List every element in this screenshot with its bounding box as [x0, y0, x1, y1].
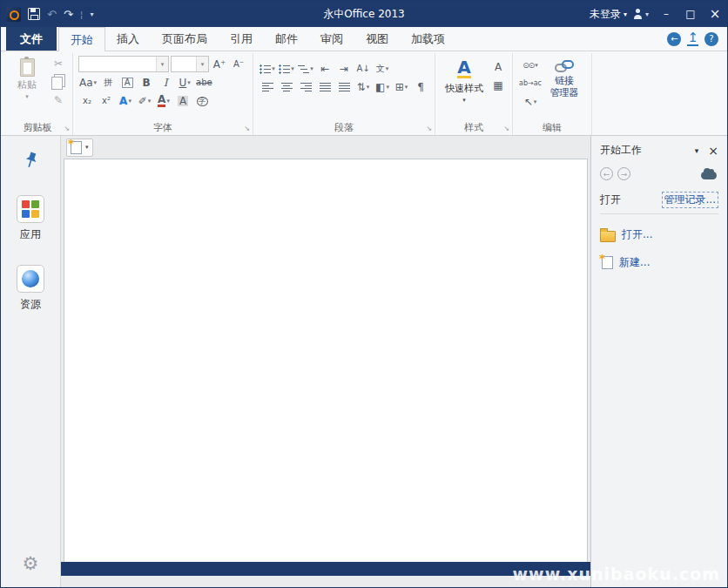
- underline-button[interactable]: U ▾: [176, 75, 193, 91]
- line-spacing-button[interactable]: ⇅ ▾: [354, 79, 372, 95]
- character-shading-button[interactable]: A: [174, 93, 192, 109]
- paste-button[interactable]: 粘贴 ▾: [8, 56, 46, 100]
- underline-icon: U: [179, 78, 186, 88]
- sidebar-item-resources[interactable]: 资源: [17, 265, 44, 312]
- font-name-combo[interactable]: ▾: [78, 56, 169, 72]
- tab-file[interactable]: 文件: [6, 27, 57, 51]
- minimize-button[interactable]: –: [654, 1, 678, 27]
- find-button[interactable]: ⊙⊙ ▾: [518, 57, 543, 73]
- enclose-characters-button[interactable]: 字: [193, 93, 211, 109]
- numbering-button[interactable]: ▾: [278, 61, 295, 77]
- tab-view[interactable]: 视图: [354, 28, 400, 51]
- qat-customize-dropdown[interactable]: ▾: [91, 10, 94, 18]
- decrease-indent-button[interactable]: ⇤: [316, 61, 334, 77]
- font-dialog-launcher-icon[interactable]: ↘: [244, 125, 250, 132]
- task-pane-close-icon[interactable]: ×: [708, 145, 718, 157]
- tab-home[interactable]: 开始: [58, 27, 105, 51]
- align-left-button[interactable]: [259, 79, 276, 95]
- tab-references[interactable]: 引用: [219, 28, 264, 51]
- align-right-button[interactable]: [297, 79, 314, 95]
- paragraph-dialog-launcher-icon[interactable]: ↘: [426, 125, 432, 132]
- bold-button[interactable]: B: [138, 75, 155, 91]
- sidebar-item-apps[interactable]: 应用: [17, 195, 44, 242]
- new-document-button[interactable]: ▾: [66, 139, 93, 157]
- save-icon[interactable]: [28, 8, 40, 20]
- font-color-button[interactable]: A ▾: [155, 93, 172, 109]
- change-case-button[interactable]: Aa ▾: [78, 75, 98, 91]
- clipboard-dialog-launcher-icon[interactable]: ↘: [64, 125, 70, 132]
- borders-button[interactable]: ⊞ ▾: [393, 79, 410, 95]
- pane-back-button[interactable]: ←: [600, 167, 613, 180]
- shrink-font-button[interactable]: A⁻: [230, 57, 247, 72]
- change-case-dropdown-icon: ▾: [94, 80, 98, 86]
- user-dropdown-icon[interactable]: ▾: [645, 10, 649, 18]
- strikethrough-button[interactable]: abe: [195, 75, 213, 91]
- character-border-button[interactable]: A: [118, 75, 136, 91]
- settings-gear-icon[interactable]: ⚙: [23, 555, 39, 573]
- close-button[interactable]: ×: [703, 1, 727, 27]
- highlight-button[interactable]: ✐ ▾: [136, 93, 153, 109]
- pane-forward-button[interactable]: →: [617, 167, 630, 180]
- user-icon[interactable]: [632, 9, 644, 19]
- distribute-button[interactable]: [335, 79, 353, 95]
- clipboard-icon: [20, 58, 35, 77]
- quick-styles-button[interactable]: A 快速样式 ▾: [441, 56, 488, 104]
- group-editing: ⊙⊙ ▾ ab→ac ↖ ▾ 链接 管理器 编辑: [513, 53, 592, 135]
- copy-button[interactable]: [50, 74, 67, 90]
- font-size-combo[interactable]: ▾: [171, 56, 209, 72]
- new-file-item[interactable]: 新建...: [600, 255, 718, 270]
- back-circle-icon[interactable]: ←: [667, 32, 681, 46]
- asian-layout-dropdown-icon: ▾: [386, 66, 389, 72]
- sort-button[interactable]: A↓: [354, 61, 372, 77]
- font-size-dropdown-icon[interactable]: ▾: [196, 57, 208, 71]
- apply-style-button[interactable]: A: [489, 59, 507, 75]
- pane-home-icon[interactable]: [701, 172, 717, 179]
- app-logo-icon[interactable]: [6, 7, 21, 22]
- document-toolbar-strip: ▾: [61, 136, 590, 159]
- upload-icon[interactable]: ↥: [687, 31, 698, 46]
- cut-button[interactable]: ✂: [50, 56, 67, 71]
- document-status-strip: [61, 562, 590, 576]
- login-button[interactable]: 未登录 ▾: [586, 7, 630, 22]
- grow-font-button[interactable]: A⁺: [211, 57, 228, 72]
- maximize-button[interactable]: □: [678, 1, 703, 27]
- styles-dialog-launcher-icon[interactable]: ↘: [503, 125, 509, 132]
- show-marks-button[interactable]: ¶: [412, 79, 429, 95]
- document-page[interactable]: [64, 159, 588, 562]
- increase-indent-button[interactable]: ⇥: [335, 61, 353, 77]
- manage-records-link[interactable]: 管理记录...: [662, 192, 718, 208]
- tab-review[interactable]: 审阅: [309, 28, 354, 51]
- undo-button[interactable]: ↶: [47, 9, 57, 20]
- paste-dropdown-icon: ▾: [25, 93, 29, 100]
- pinyin-guide-button[interactable]: 拼: [99, 75, 117, 91]
- link-manager-button[interactable]: 链接 管理器: [543, 56, 586, 98]
- help-icon[interactable]: ?: [704, 32, 718, 46]
- styles-pane-button[interactable]: ▦: [489, 78, 507, 93]
- task-pane-options-icon[interactable]: ▾: [695, 146, 699, 155]
- login-label: 未登录: [590, 7, 621, 22]
- shading-button[interactable]: ◧ ▾: [374, 79, 391, 95]
- redo-button[interactable]: ↷: [64, 9, 73, 20]
- replace-button[interactable]: ab→ac: [518, 76, 543, 91]
- tab-mailings[interactable]: 邮件: [264, 28, 309, 51]
- select-button[interactable]: ↖ ▾: [518, 94, 543, 110]
- tab-addins[interactable]: 加载项: [400, 28, 456, 51]
- open-file-item[interactable]: 打开...: [600, 227, 718, 242]
- pushpin-button[interactable]: [21, 150, 41, 174]
- align-center-button[interactable]: [278, 79, 295, 95]
- superscript-button[interactable]: x²: [98, 93, 115, 109]
- shading-dropdown-icon: ▾: [386, 84, 389, 91]
- tab-page-layout[interactable]: 页面布局: [151, 28, 219, 51]
- font-name-dropdown-icon[interactable]: ▾: [156, 57, 168, 71]
- tab-insert[interactable]: 插入: [105, 28, 151, 51]
- pushpin-icon: [22, 150, 40, 171]
- bullets-button[interactable]: ▾: [259, 61, 276, 77]
- italic-button[interactable]: I: [157, 75, 174, 91]
- quick-styles-label: 快速样式: [445, 82, 483, 95]
- multilevel-list-button[interactable]: ▾: [297, 61, 314, 77]
- text-effects-button[interactable]: A ▾: [117, 93, 134, 109]
- asian-layout-button[interactable]: 文 ▾: [374, 61, 391, 77]
- justify-button[interactable]: [316, 79, 334, 95]
- format-painter-button[interactable]: ✎: [50, 92, 67, 108]
- subscript-button[interactable]: x₂: [78, 93, 96, 109]
